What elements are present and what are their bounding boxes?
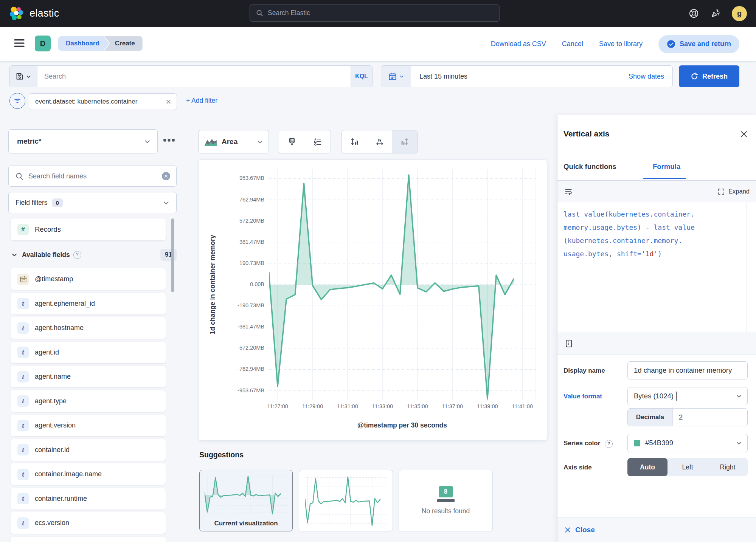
formula-line: (kubernetes.container.memory.: [564, 234, 747, 247]
data-view-selector[interactable]: metric*: [8, 129, 158, 153]
area-chart-type-icon: [204, 137, 217, 147]
menu-hamburger-icon[interactable]: [14, 38, 25, 48]
add-filter-button[interactable]: + Add filter: [186, 97, 217, 105]
flyout-close-icon[interactable]: [740, 130, 748, 138]
decimals-label: Decimals: [628, 409, 673, 426]
field-item[interactable]: tagent.type: [11, 390, 166, 412]
expand-formula-button[interactable]: Expand: [717, 188, 750, 195]
field-name: container.id: [35, 446, 70, 454]
save-to-library-link[interactable]: Save to library: [599, 40, 643, 48]
value-format-label[interactable]: Value format: [564, 393, 602, 400]
field-item[interactable]: tcontainer.id: [11, 439, 166, 461]
field-item[interactable]: tagent.version: [11, 415, 166, 436]
breadcrumb-dashboard[interactable]: Dashboard: [58, 36, 109, 51]
tab-quick-functions[interactable]: Quick functions: [564, 163, 616, 171]
user-avatar[interactable]: g: [732, 6, 747, 21]
chevron-down-icon: [736, 440, 742, 446]
flyout-close-button[interactable]: Close: [557, 517, 756, 542]
field-item[interactable]: tagent.id: [11, 342, 166, 363]
left-axis-settings-button[interactable]: [342, 130, 367, 153]
saved-query-menu-button[interactable]: [10, 66, 37, 87]
right-axis-settings-button[interactable]: [392, 130, 417, 153]
help-lifebuoy-icon[interactable]: [689, 8, 699, 19]
metric-badge-value: 8: [439, 486, 453, 497]
field-item[interactable]: tagent.ephemeral_id: [11, 293, 166, 314]
data-view-name: metric*: [17, 137, 41, 146]
save-and-return-button[interactable]: Save and return: [658, 35, 739, 53]
global-search-input[interactable]: Search Elastic: [250, 5, 500, 22]
time-range-value[interactable]: Last 15 minutes: [419, 73, 467, 81]
tab-formula[interactable]: Formula: [653, 163, 680, 171]
remove-filter-icon[interactable]: [166, 99, 171, 105]
field-name: ecs.version: [35, 519, 69, 527]
show-dates-button[interactable]: Show dates: [629, 73, 664, 81]
field-filters-dropdown[interactable]: Field filters 0: [8, 192, 177, 213]
field-list: @timestamptagent.ephemeral_idtagent.host…: [11, 268, 166, 537]
text-field-icon: t: [17, 493, 29, 504]
series-color-label: Series color ?: [564, 440, 613, 448]
breadcrumb-create: Create: [104, 36, 143, 51]
y-axis-tick-label: 953.67MB: [239, 175, 264, 181]
field-item[interactable]: tcontainer.image.name: [11, 463, 166, 485]
filter-pill[interactable]: event.dataset: kubernetes.container: [29, 93, 177, 110]
y-axis-tick-label: 0.00B: [250, 281, 264, 287]
current-visualization-label: Current visualization: [200, 520, 292, 527]
news-party-popper-icon[interactable]: [710, 8, 720, 19]
brush-icon: [288, 138, 296, 146]
series-color-value: #54B399: [645, 439, 673, 447]
field-list-scrollbar[interactable]: [171, 218, 174, 292]
kql-search-input[interactable]: [37, 66, 351, 87]
legend-settings-button[interactable]: [305, 130, 331, 153]
bottom-axis-settings-button[interactable]: [367, 130, 392, 153]
value-format-select[interactable]: Bytes (1024): [627, 387, 748, 405]
field-item[interactable]: @timestamp: [11, 268, 166, 290]
text-field-icon: t: [17, 322, 29, 334]
field-search-input[interactable]: Search field names ✕: [8, 166, 177, 187]
word-wrap-icon[interactable]: [564, 187, 573, 196]
visual-options-button[interactable]: [279, 130, 305, 153]
metric-vis-icon: 8: [437, 486, 455, 502]
records-field-item[interactable]: # Records: [11, 218, 166, 240]
suggestion-current[interactable]: Current visualization: [199, 470, 293, 531]
axis-side-left[interactable]: Left: [668, 458, 708, 476]
dimension-flyout: Vertical axis Quick functions Formula Ex…: [557, 115, 756, 542]
field-item[interactable]: tecs.version: [11, 512, 166, 534]
available-fields-header[interactable]: Available fields ? 91: [8, 246, 177, 263]
documentation-book-icon[interactable]: [564, 339, 573, 348]
legend-list-icon: [313, 137, 322, 146]
main-plot[interactable]: [269, 169, 536, 400]
expand-label: Expand: [728, 188, 750, 195]
formula-toolbar: Expand: [557, 181, 756, 202]
formula-footer-strip: [557, 333, 756, 355]
field-item[interactable]: tagent.hostname: [11, 317, 166, 339]
suggestion-line[interactable]: [299, 470, 393, 531]
suggestions-title: Suggestions: [199, 451, 244, 459]
date-quick-menu-button[interactable]: [381, 66, 411, 87]
decimals-field[interactable]: Decimals 2: [627, 408, 748, 426]
kql-language-button[interactable]: KQL: [351, 66, 372, 87]
display-name-input[interactable]: [627, 361, 748, 379]
elastic-brand[interactable]: elastic: [8, 6, 59, 22]
download-csv-link[interactable]: Download as CSV: [491, 40, 546, 48]
suggestion-metric[interactable]: 8 No results found: [399, 470, 493, 531]
refresh-button[interactable]: Refresh: [679, 65, 739, 87]
axis-side-auto[interactable]: Auto: [627, 458, 668, 476]
y-axis-tick-label: 762.94MB: [239, 197, 264, 203]
dashboard-app-badge[interactable]: D: [35, 36, 51, 51]
field-item[interactable]: tagent.name: [11, 366, 166, 387]
y-axis-tick-label: -762.94MB: [238, 366, 264, 372]
cancel-link[interactable]: Cancel: [562, 40, 583, 48]
x-axis-tick-label: 11:33:00: [365, 403, 399, 409]
field-item[interactable]: tcontainer.runtime: [11, 488, 166, 509]
chart-type-selector[interactable]: Area: [198, 130, 269, 153]
right-vertical-axis-icon: [400, 137, 409, 146]
x-axis-tick-label: 11:27:00: [261, 403, 295, 409]
axis-side-right[interactable]: Right: [708, 458, 748, 476]
panel-options-icon[interactable]: [163, 137, 175, 144]
chevron-down-icon: [257, 139, 263, 145]
series-color-picker[interactable]: #54B399: [627, 434, 748, 452]
filter-menu-button[interactable]: [9, 93, 25, 109]
formula-code[interactable]: last_value(kubernetes.container.memory.u…: [557, 202, 756, 333]
calendar-field-icon: [17, 274, 29, 285]
clear-search-icon[interactable]: ✕: [162, 172, 170, 180]
